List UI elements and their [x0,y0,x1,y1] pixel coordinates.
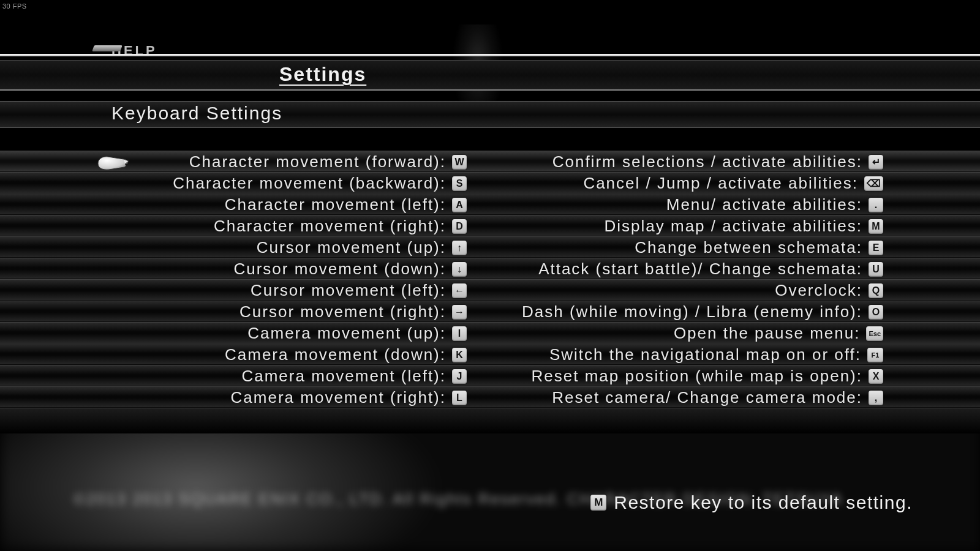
keybinding-label: Camera movement (up): [247,324,446,343]
keybinding-cell-left[interactable]: Character movement (backward):S [0,173,472,194]
keybinding-row[interactable]: Cursor movement (left):←Overclock:Q [0,279,980,301]
keycap-icon: W [452,155,467,170]
keybinding-cell-right[interactable]: Reset map position (while map is open):X [472,365,888,387]
keybinding-cell-left[interactable]: Character movement (left):A [0,194,472,216]
fps-overlay: 30 FPS [2,2,27,10]
copyright-blur: ©2013 2013 SQUARE ENIX CO., LTD. All Rig… [74,490,576,514]
keybinding-cell-right[interactable]: Change between schemata:E [472,237,888,258]
keybinding-cell-left[interactable]: Camera movement (down):K [0,344,472,365]
keybinding-cell-right[interactable]: Confirm selections / activate abilities:… [472,151,888,173]
keybinding-label: Cursor movement (left): [251,281,446,300]
keycap-icon: E [869,241,883,255]
keybinding-cell-left[interactable]: Character movement (right):D [0,216,472,237]
keycap-icon: ← [452,283,467,298]
keycap-icon: → [452,305,467,320]
keycap-icon: A [452,198,467,212]
keycap-icon: D [452,219,467,234]
keybinding-label: Cursor movement (right): [239,302,446,321]
keybinding-label: Attack (start battle)/ Change schemata: [538,260,862,279]
keybinding-cell-left[interactable]: Camera movement (up):I [0,323,472,344]
keybinding-row[interactable]: Character movement (left):AMenu/ activat… [0,193,980,215]
keybinding-label: Character movement (forward): [189,152,446,171]
keybinding-row[interactable]: Camera movement (up):IOpen the pause men… [0,322,980,343]
keybinding-cell-left[interactable]: Character movement (forward):W [0,151,472,173]
keycap-icon: ⌫ [864,176,883,191]
keycap-icon: U [869,262,883,277]
keycap-icon: M [869,219,883,234]
keybinding-label: Camera movement (left): [241,367,446,386]
keybinding-row[interactable]: Character movement (right):DDisplay map … [0,215,980,236]
keycap-icon: F1 [867,348,883,362]
keybinding-label: Menu/ activate abilities: [666,195,862,214]
keycap-icon: I [452,326,467,341]
keybinding-cell-right[interactable]: Menu/ activate abilities:. [472,194,888,216]
footer-hint: M Restore key to its default setting. [584,492,913,513]
keycap-icon: Esc [866,326,883,341]
keybinding-cell-left[interactable]: Cursor movement (down):↓ [0,258,472,280]
keycap-icon: , [869,391,883,405]
keybinding-label: Change between schemata: [635,238,862,257]
page-title: Settings [279,63,366,86]
keybinding-cell-right[interactable]: Cancel / Jump / activate abilities:⌫ [472,173,888,194]
keybinding-label: Character movement (backward): [173,174,446,193]
keybinding-cell-right[interactable]: Switch the navigational map on or off:F1 [472,344,888,365]
keybinding-label: Camera movement (right): [231,388,446,407]
keybinding-label: Reset map position (while map is open): [532,367,862,386]
keybinding-label: Dash (while moving) / Libra (enemy info)… [522,302,862,321]
header-divider [0,54,980,56]
keycap-icon: J [452,369,467,384]
keybinding-label: Reset camera/ Change camera mode: [552,388,862,407]
keycap-icon: ↑ [452,241,467,255]
keybinding-cell-right[interactable]: Attack (start battle)/ Change schemata:U [472,258,888,280]
keybinding-cell-right[interactable]: Open the pause menu:Esc [472,323,888,344]
keycap-icon: L [452,391,467,405]
footer-hint-key: M [590,495,606,511]
keybinding-label: Cursor movement (up): [257,238,446,257]
keybinding-cell-right[interactable]: Display map / activate abilities:M [472,216,888,237]
keycap-icon: O [869,305,883,320]
keybinding-row[interactable]: Character movement (forward):WConfirm se… [0,151,980,172]
keybinding-cell-left[interactable]: Camera movement (left):J [0,365,472,387]
keybinding-label: Open the pause menu: [674,324,861,343]
keybinding-label: Display map / activate abilities: [605,217,862,236]
keybinding-label: Overclock: [775,281,862,300]
keybinding-label: Switch the navigational map on or off: [549,345,861,364]
keycap-icon: Q [869,283,883,298]
keycap-icon: X [869,369,883,384]
keybinding-rows: Character movement (forward):WConfirm se… [0,151,980,408]
keycap-icon: ↓ [452,262,467,277]
keybinding-label: Character movement (right): [214,217,446,236]
section-title: Keyboard Settings [111,103,282,124]
keybinding-row[interactable]: Camera movement (down):KSwitch the navig… [0,343,980,365]
keybinding-row[interactable]: Cursor movement (up):↑Change between sch… [0,236,980,258]
keycap-icon: K [452,348,467,362]
subtitle-band: Keyboard Settings [0,101,980,128]
keybinding-row[interactable]: Cursor movement (down):↓Attack (start ba… [0,258,980,279]
keybinding-row[interactable]: Camera movement (right):LReset camera/ C… [0,386,980,408]
keycap-icon: ↵ [869,155,883,170]
help-logo-bar [92,45,123,51]
keybinding-label: Confirm selections / activate abilities: [552,152,862,171]
keybinding-label: Cancel / Jump / activate abilities: [583,174,858,193]
keybinding-cell-left[interactable]: Cursor movement (up):↑ [0,237,472,258]
keybinding-cell-right[interactable]: Overclock:Q [472,280,888,301]
keybinding-row[interactable]: Cursor movement (right):→Dash (while mov… [0,301,980,322]
keybinding-row[interactable]: Character movement (backward):SCancel / … [0,172,980,193]
keybinding-label: Character movement (left): [225,195,446,214]
title-band: Settings [0,60,980,91]
footer-hint-text: Restore key to its default setting. [614,492,913,513]
keybinding-cell-left[interactable]: Cursor movement (right):→ [0,301,472,323]
rows-end-band [0,408,980,433]
keybinding-cell-left[interactable]: Cursor movement (left):← [0,280,472,301]
keycap-icon: . [869,198,883,212]
keybinding-cell-right[interactable]: Dash (while moving) / Libra (enemy info)… [472,301,888,323]
keybinding-cell-left[interactable]: Camera movement (right):L [0,387,472,408]
keybinding-label: Cursor movement (down): [233,260,446,279]
keybinding-label: Camera movement (down): [225,345,446,364]
keybinding-cell-right[interactable]: Reset camera/ Change camera mode:, [472,387,888,408]
keycap-icon: S [452,176,467,191]
keybinding-row[interactable]: Camera movement (left):JReset map positi… [0,365,980,386]
